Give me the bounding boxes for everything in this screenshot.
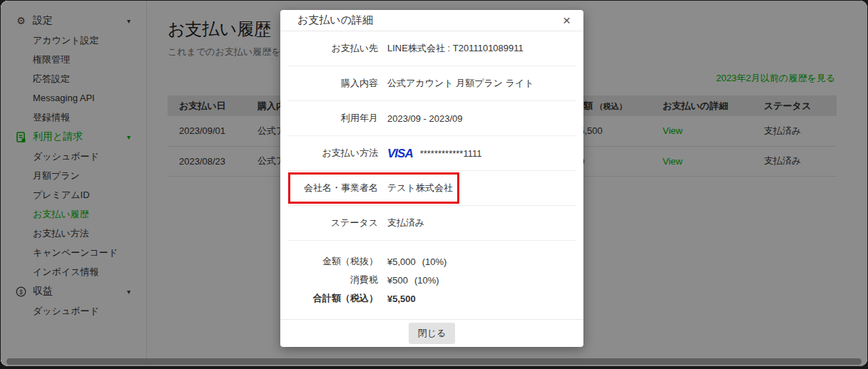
detail-row-purchase-content: 購入内容 公式アカウント 月額プラン ライト <box>287 66 576 101</box>
amount-value: ¥500 <box>387 275 408 286</box>
detail-value: テスト株式会社 <box>387 182 453 194</box>
amount-row-subtotal: 金額（税抜） ¥5,000 (10%) <box>287 252 576 271</box>
amount-row-total: 合計額（税込） ¥5,500 <box>287 289 576 308</box>
payment-detail-modal: お支払いの詳細 × お支払い先 LINE株式会社 : T201110108991… <box>280 10 583 347</box>
detail-value: LINE株式会社 : T2011101089911 <box>387 42 524 55</box>
detail-row-status: ステータス 支払済み <box>287 206 576 241</box>
detail-row-payment-method: お支払い方法 VISA ************1111 <box>287 136 576 171</box>
amount-label: 消費税 <box>287 274 378 286</box>
amount-value: ¥5,500 <box>387 293 416 304</box>
amount-label: 金額（税抜） <box>287 255 378 268</box>
amount-row-tax: 消費税 ¥500 (10%) <box>287 271 576 289</box>
close-icon[interactable]: × <box>560 14 573 27</box>
modal-title: お支払いの詳細 <box>297 14 373 27</box>
visa-logo-icon: VISA <box>387 147 413 160</box>
detail-row-company-name: 会社名・事業者名 テスト株式会社 <box>287 171 576 206</box>
tax-rate: (10%) <box>422 256 447 267</box>
amount-summary: 金額（税抜） ¥5,000 (10%) 消費税 ¥500 (10%) 合計額（税… <box>280 241 583 308</box>
detail-value: 公式アカウント 月額プラン ライト <box>387 77 534 90</box>
tax-rate: (10%) <box>414 275 439 286</box>
detail-value: 2023/09 - 2023/09 <box>387 113 463 124</box>
close-button[interactable]: 閉じる <box>409 323 456 344</box>
amount-value: ¥5,000 <box>387 256 416 267</box>
masked-card-number: ************1111 <box>420 148 482 159</box>
detail-label: 利用年月 <box>287 112 378 125</box>
detail-value: 支払済み <box>387 217 424 229</box>
detail-label: お支払い先 <box>287 42 378 55</box>
app-window: ⚙ 設定 ▾ アカウント設定 権限管理 応答設定 Messaging API 登… <box>1 1 867 366</box>
detail-row-usage-period: 利用年月 2023/09 - 2023/09 <box>287 101 576 136</box>
detail-label: お支払い方法 <box>287 147 378 160</box>
amount-label: 合計額（税込） <box>287 292 378 305</box>
detail-label: 会社名・事業者名 <box>287 182 378 194</box>
detail-label: 購入内容 <box>287 77 378 90</box>
detail-row-payee: お支払い先 LINE株式会社 : T2011101089911 <box>287 31 576 66</box>
detail-label: ステータス <box>287 217 378 229</box>
